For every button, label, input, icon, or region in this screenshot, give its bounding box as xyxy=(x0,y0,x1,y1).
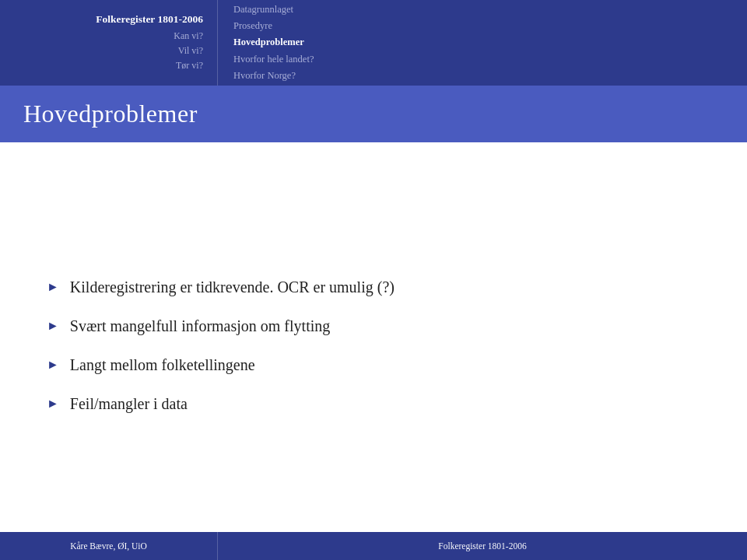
header-sub-1: Kan vi? xyxy=(174,29,203,44)
bullet-arrow-icon: ► xyxy=(47,356,59,373)
header-left: Folkeregister 1801-2006 Kan vi? Vil vi? … xyxy=(0,0,218,86)
header-title: Folkeregister 1801-2006 xyxy=(96,12,203,27)
nav-item-1[interactable]: Prosedyre xyxy=(233,18,731,34)
footer-left: Kåre Bævre, ØI, UiO xyxy=(0,532,218,560)
header-sub-2: Vil vi? xyxy=(174,44,203,58)
bullet-text-0: Kilderegistrering er tidkrevende. OCR er… xyxy=(70,276,395,298)
nav-item-3[interactable]: Hvorfor hele landet? xyxy=(233,51,731,68)
list-item: ► Feil/mangler i data xyxy=(47,393,700,415)
bullet-arrow-icon: ► xyxy=(47,395,59,412)
bullet-arrow-icon: ► xyxy=(47,278,59,296)
bullet-text-3: Feil/mangler i data xyxy=(70,393,188,415)
header-subtitles: Kan vi? Vil vi? Tør vi? xyxy=(174,29,203,74)
footer: Kåre Bævre, ØI, UiO Folkeregister 1801-2… xyxy=(0,532,747,560)
slide-title-bar: Hovedproblemer xyxy=(0,86,747,142)
header-bar: Folkeregister 1801-2006 Kan vi? Vil vi? … xyxy=(0,0,747,86)
bullet-arrow-icon: ► xyxy=(47,317,59,334)
list-item: ► Kilderegistrering er tidkrevende. OCR … xyxy=(47,276,700,298)
header-sub-3: Tør vi? xyxy=(174,58,203,73)
nav-item-0[interactable]: Datagrunnlaget xyxy=(233,2,731,18)
slide: Folkeregister 1801-2006 Kan vi? Vil vi? … xyxy=(0,0,747,560)
bullet-list: ► Kilderegistrering er tidkrevende. OCR … xyxy=(47,276,700,415)
nav-item-2[interactable]: Hovedproblemer xyxy=(233,34,731,51)
slide-title: Hovedproblemer xyxy=(23,100,724,128)
bullet-text-2: Langt mellom folketellingene xyxy=(70,354,255,376)
slide-content: ► Kilderegistrering er tidkrevende. OCR … xyxy=(0,142,747,532)
header-nav: Datagrunnlaget Prosedyre Hovedproblemer … xyxy=(218,0,747,86)
footer-title: Folkeregister 1801-2006 xyxy=(438,541,526,551)
footer-author: Kåre Bævre, ØI, UiO xyxy=(70,541,147,551)
nav-item-4[interactable]: Hvorfor Norge? xyxy=(233,68,731,84)
list-item: ► Svært mangelfull informasjon om flytti… xyxy=(47,315,700,337)
footer-right: Folkeregister 1801-2006 xyxy=(218,532,747,560)
list-item: ► Langt mellom folketellingene xyxy=(47,354,700,376)
bullet-text-1: Svært mangelfull informasjon om flytting xyxy=(70,315,330,337)
